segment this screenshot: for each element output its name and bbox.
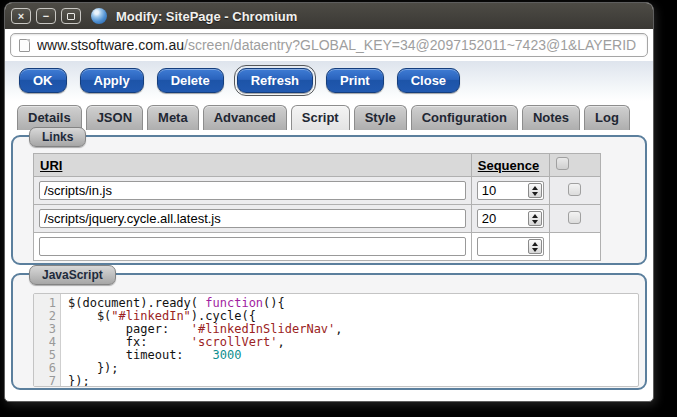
refresh-button[interactable]: Refresh [237, 68, 313, 93]
url-path: /screen/dataentry?GLOBAL_KEY=34@20971520… [184, 37, 636, 53]
javascript-fieldset: JavaScript 1234567 $(document).ready( fu… [11, 273, 647, 390]
tab-meta[interactable]: Meta [147, 105, 199, 130]
links-legend: Links [29, 127, 86, 147]
tab-script[interactable]: Script [291, 105, 350, 130]
row-checkbox[interactable] [568, 183, 581, 196]
spinner-down-icon [532, 192, 538, 196]
table-row [34, 205, 601, 233]
sequence-column-header[interactable]: Sequence [478, 158, 539, 173]
chromium-icon [91, 8, 107, 24]
links-fieldset: Links URI Sequence [11, 135, 647, 265]
spinner-down-icon [532, 220, 538, 224]
ok-button[interactable]: OK [19, 68, 67, 93]
links-table: URI Sequence [33, 153, 601, 261]
action-toolbar: OKApplyDeleteRefreshPrintClose [5, 61, 653, 101]
window-title: Modify: SitePage - Chromium [116, 9, 297, 24]
url-domain: www.stsoftware.com.au [37, 37, 184, 53]
table-row [34, 177, 601, 205]
spinner-control[interactable] [528, 211, 542, 226]
spinner-control[interactable] [528, 239, 542, 254]
spinner-control[interactable] [528, 183, 542, 198]
tab-bar: DetailsJSONMetaAdvancedScriptStyleConfig… [5, 101, 653, 130]
close-button[interactable]: × [11, 8, 31, 24]
uri-column-header[interactable]: URI [40, 158, 62, 173]
url-text: www.stsoftware.com.au/screen/dataentry?G… [37, 37, 636, 53]
titlebar[interactable]: × − Modify: SitePage - Chromium [5, 3, 653, 29]
browser-window: × − Modify: SitePage - Chromium www.stso… [4, 2, 654, 402]
row-checkbox[interactable] [568, 211, 581, 224]
minimize-button[interactable]: − [36, 8, 56, 24]
maximize-button[interactable] [61, 8, 81, 24]
uri-input[interactable] [39, 209, 466, 228]
javascript-legend: JavaScript [29, 265, 116, 285]
page-icon [19, 39, 30, 52]
links-header-row: URI Sequence [34, 154, 601, 177]
maximize-icon [67, 13, 75, 20]
line-numbers: 1234567 [34, 294, 61, 386]
apply-button[interactable]: Apply [80, 68, 144, 93]
url-row: www.stsoftware.com.au/screen/dataentry?G… [5, 29, 653, 61]
spinner-up-icon [532, 242, 538, 246]
select-all-checkbox[interactable] [556, 157, 569, 170]
close-button[interactable]: Close [397, 68, 460, 93]
tab-notes[interactable]: Notes [522, 105, 580, 130]
tab-advanced[interactable]: Advanced [203, 105, 287, 130]
uri-input[interactable] [39, 237, 466, 256]
spinner-up-icon [532, 186, 538, 190]
tab-json[interactable]: JSON [86, 105, 143, 130]
close-icon: × [18, 11, 24, 22]
code-viewer: 1234567 $(document).ready( function(){ $… [33, 293, 639, 387]
address-bar[interactable]: www.stsoftware.com.au/screen/dataentry?G… [10, 33, 648, 57]
spinner-down-icon [532, 248, 538, 252]
tab-style[interactable]: Style [354, 105, 407, 130]
tab-configuration[interactable]: Configuration [411, 105, 518, 130]
table-row [34, 233, 601, 261]
code-content: $(document).ready( function(){ $("#linke… [61, 294, 343, 386]
print-button[interactable]: Print [326, 68, 384, 93]
delete-button[interactable]: Delete [157, 68, 224, 93]
minimize-icon: − [43, 11, 49, 22]
tab-log[interactable]: Log [584, 105, 630, 130]
uri-input[interactable] [39, 181, 466, 200]
spinner-up-icon [532, 214, 538, 218]
